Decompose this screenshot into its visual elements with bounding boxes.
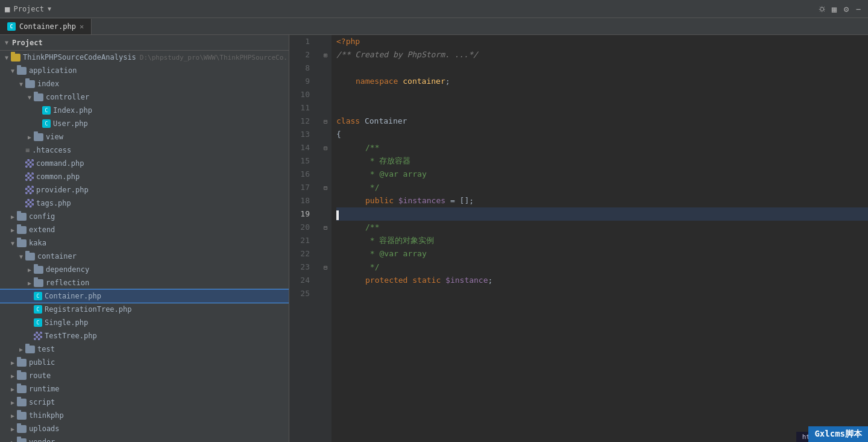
code-line-19[interactable] — [336, 207, 868, 221]
tree-item-runtime[interactable]: runtime — [0, 382, 289, 396]
folder-icon — [17, 213, 27, 221]
project-label[interactable]: Project — [13, 5, 44, 13]
fold-icon-23[interactable]: ⊟ — [324, 264, 327, 271]
tree-item-command-php[interactable]: command.php — [0, 157, 289, 170]
gutter-15 — [319, 154, 332, 168]
folder-icon — [34, 266, 43, 274]
code-line-1: <?php — [336, 35, 868, 48]
line-num-19: 19 — [289, 207, 315, 221]
tree-arrow — [8, 212, 17, 221]
line-num-17: 17 — [289, 181, 315, 194]
tree-item-reflection[interactable]: reflection — [0, 276, 289, 289]
fold-icon-2[interactable]: ⊞ — [324, 52, 327, 58]
line-num-11: 11 — [289, 101, 315, 115]
tree-item-index-php[interactable]: C Index.php — [0, 104, 289, 117]
tree-item-label: Index.php — [53, 106, 92, 115]
gutter-23[interactable]: ⊟ — [319, 260, 332, 274]
code-editor[interactable]: 1 2 8 9 10 11 12 13 14 15 16 17 18 19 20… — [289, 35, 868, 442]
tree-item-user-php[interactable]: C User.php — [0, 117, 289, 130]
token: /** — [365, 141, 379, 154]
tree-item-index[interactable]: index — [0, 77, 289, 90]
gutter-17[interactable]: ⊟ — [319, 181, 332, 194]
tree-item-label: command.php — [36, 159, 84, 168]
gear-icon[interactable]: ⚙ — [841, 4, 851, 14]
fold-icon-17[interactable]: ⊟ — [324, 185, 327, 191]
tree-item-label: provider.php — [36, 186, 89, 194]
code-line-11 — [336, 101, 868, 115]
tree-item-extend[interactable]: extend — [0, 223, 289, 236]
code-lines[interactable]: <?php /** Created by PhpStorm. ...*/ nam… — [332, 35, 868, 442]
tree-item-application[interactable]: application — [0, 64, 289, 77]
layout-icon[interactable]: ▦ — [829, 4, 839, 14]
tree-item-label: common.php — [36, 172, 80, 181]
minimize-icon[interactable]: − — [854, 4, 863, 14]
folder-icon — [17, 67, 27, 75]
folder-icon — [17, 438, 27, 443]
token: ; — [469, 194, 474, 207]
line-num-10: 10 — [289, 88, 315, 101]
expand-collapse-icon[interactable]: ▼ — [5, 39, 8, 46]
gutter-18 — [319, 194, 332, 207]
tree-item-route[interactable]: route — [0, 369, 289, 382]
grid-icon — [25, 199, 34, 207]
tree-item-root[interactable]: ThinkPHPSourceCodeAnalysis D:\phpstudy_p… — [0, 51, 289, 64]
line-num-22: 22 — [289, 247, 315, 260]
code-line-25 — [336, 287, 868, 300]
code-line-21: * 容器的对象实例 — [336, 234, 868, 247]
tree-arrow — [2, 53, 11, 62]
token: ; — [445, 75, 450, 88]
fold-icon-12[interactable]: ⊟ — [324, 118, 327, 125]
fold-icon-20[interactable]: ⊟ — [324, 224, 327, 231]
folder-icon — [17, 359, 27, 367]
gutter: ⊞ ⊟ ⊟ ⊟ ⊟ ⊟ — [319, 35, 332, 442]
gutter-2[interactable]: ⊞ — [319, 48, 332, 62]
folder-icon — [17, 399, 27, 406]
fold-icon-14[interactable]: ⊟ — [324, 145, 327, 151]
tree-item-htaccess[interactable]: ≡ .htaccess — [0, 144, 289, 157]
line-num-23: 23 — [289, 260, 315, 274]
grid-icon — [34, 332, 42, 340]
tree-item-container-php[interactable]: C Container.php — [0, 289, 289, 303]
token: Container — [365, 115, 407, 128]
token: * 存放容器 — [365, 154, 410, 168]
tree-item-registration-tree-php[interactable]: C RegistrationTree.php — [0, 303, 289, 316]
tree-item-test[interactable]: test — [0, 343, 289, 356]
code-line-13: { — [336, 128, 868, 141]
tree-item-config[interactable]: config — [0, 210, 289, 223]
tree-item-dependency[interactable]: dependency — [0, 263, 289, 276]
tree-item-thinkphp[interactable]: thinkphp — [0, 409, 289, 422]
gutter-14[interactable]: ⊟ — [319, 141, 332, 154]
tree-arrow — [25, 133, 34, 141]
tree-item-controller[interactable]: controller — [0, 90, 289, 104]
tree-item-common-php[interactable]: common.php — [0, 170, 289, 183]
tree-item-vendor[interactable]: vendor — [0, 435, 289, 442]
tree-item-script[interactable]: script — [0, 396, 289, 409]
folder-icon — [11, 54, 20, 62]
tree-item-uploads[interactable]: uploads — [0, 422, 289, 435]
token: */ — [365, 181, 379, 194]
settings-icon[interactable]: ⛭ — [817, 4, 827, 14]
tab-close-button[interactable]: ✕ — [80, 22, 84, 31]
gutter-21 — [319, 234, 332, 247]
tree-item-container-folder[interactable]: container — [0, 250, 289, 263]
tree-item-kaka[interactable]: kaka — [0, 236, 289, 250]
gutter-24 — [319, 274, 332, 287]
tree-item-test-tree-php[interactable]: TestTree.php — [0, 329, 289, 343]
tree-arrow — [8, 226, 17, 234]
tree-item-view[interactable]: view — [0, 130, 289, 144]
tab-container-php[interactable]: C Container.php ✕ — [0, 19, 92, 34]
tree-item-single-php[interactable]: C Single.php — [0, 316, 289, 329]
grid-icon — [25, 186, 34, 194]
dropdown-icon[interactable]: ▼ — [48, 5, 51, 12]
token: $instances — [398, 194, 445, 207]
folder-icon — [17, 425, 27, 433]
gutter-12[interactable]: ⊟ — [319, 115, 332, 128]
tree-arrow — [17, 252, 25, 260]
tree-item-public[interactable]: public — [0, 356, 289, 369]
gutter-20[interactable]: ⊟ — [319, 221, 332, 234]
main-layout: ▼ Project ThinkPHPSourceCodeAnalysis D:\… — [0, 35, 868, 442]
tree-item-label: reflection — [46, 279, 89, 287]
tree-item-provider-php[interactable]: provider.php — [0, 183, 289, 197]
tree-item-label: kaka — [29, 239, 46, 247]
tree-item-tags-php[interactable]: tags.php — [0, 197, 289, 210]
